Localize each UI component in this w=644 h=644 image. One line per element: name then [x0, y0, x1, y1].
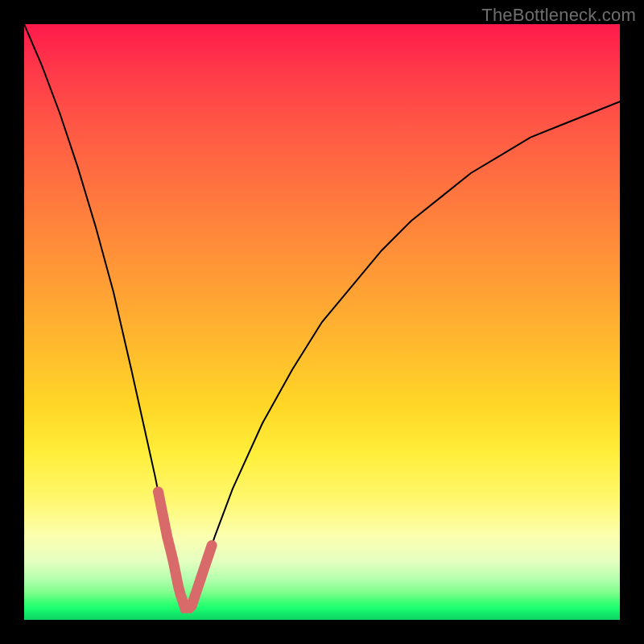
plot-background-gradient: [24, 24, 620, 620]
bottleneck-curve: [24, 24, 620, 608]
chart-stage: TheBottleneck.com: [0, 0, 644, 644]
bottleneck-curve-svg: [24, 24, 620, 620]
watermark-text: TheBottleneck.com: [481, 5, 636, 26]
bottleneck-curve-highlight: [159, 492, 213, 608]
